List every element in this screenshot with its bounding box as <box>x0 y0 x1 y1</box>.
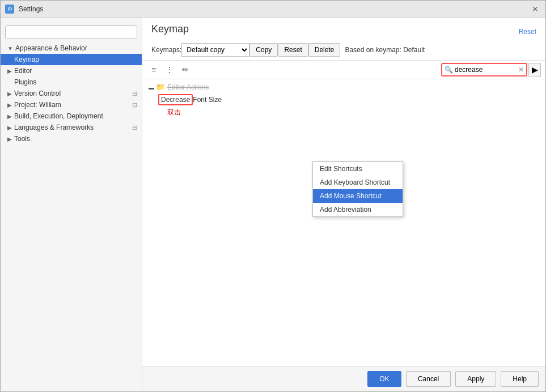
sidebar-item-label: Keymap <box>14 56 39 63</box>
based-on-label: Based on keymap: <box>345 46 401 54</box>
sidebar-item-label: Build, Execution, Deployment <box>14 112 103 120</box>
sidebar-item-project[interactable]: ▶ Project: William ⊟ <box>1 99 142 110</box>
bottom-bar: OK Cancel Apply Help <box>142 366 545 391</box>
settings-window: ⚙ Settings ✕ ▼ Appearance & Behavior Key… <box>0 0 546 392</box>
sidebar-item-tools[interactable]: ▶ Tools <box>1 133 142 144</box>
sidebar-item-plugins[interactable]: Plugins <box>1 76 142 88</box>
context-menu-add-keyboard[interactable]: Add Keyboard Shortcut <box>313 176 403 189</box>
expand-icon: ▶ <box>7 113 12 120</box>
search-next-button[interactable]: ▶ <box>528 63 541 76</box>
keymap-select[interactable]: Default copy <box>181 43 249 57</box>
keymap-title-row: Keymap Reset <box>151 23 536 40</box>
expand-icon: ▶ <box>7 125 12 131</box>
title-bar: ⚙ Settings ✕ <box>1 1 545 18</box>
context-menu: Edit Shortcuts Add Keyboard Shortcut Add… <box>312 161 403 217</box>
ok-button[interactable]: OK <box>367 371 401 387</box>
context-menu-edit-shortcuts[interactable]: Edit Shortcuts <box>313 162 403 176</box>
sidebar-item-label: Appearance & Behavior <box>15 44 87 52</box>
reset-button[interactable]: Reset <box>278 43 308 57</box>
search-icon: 🔍 <box>445 66 453 74</box>
expand-icon: ▶ <box>7 136 12 142</box>
chinese-label: 双击 <box>142 108 545 117</box>
cancel-button[interactable]: Cancel <box>406 371 451 387</box>
font-size-label: Font Size <box>193 96 222 104</box>
sidebar-item-languages[interactable]: ▶ Languages & Frameworks ⊟ <box>1 122 142 133</box>
help-button[interactable]: Help <box>501 371 539 387</box>
search-right: 🔍 ✕ ▶ <box>441 63 541 76</box>
tree-node-editor-actions[interactable]: ▬ 📁 Editor Actions <box>142 82 545 93</box>
sidebar: ▼ Appearance & Behavior Keymap ▶ Editor … <box>1 18 142 391</box>
keymap-header: Keymap Reset Keymaps: Default copy Copy … <box>142 18 545 61</box>
sidebar-item-build[interactable]: ▶ Build, Execution, Deployment <box>1 110 142 122</box>
tree-area: ▬ 📁 Editor Actions Decrease Font Size 双击 <box>142 79 545 366</box>
window-title: Settings <box>19 5 530 13</box>
vc-icon: ⊟ <box>132 90 137 97</box>
decrease-highlight-box: Decrease <box>158 94 193 105</box>
tree-node-decrease[interactable]: Decrease Font Size <box>142 93 545 106</box>
sidebar-item-label: Plugins <box>14 78 36 86</box>
copy-button[interactable]: Copy <box>249 43 278 57</box>
keymaps-label: Keymaps: <box>151 46 181 54</box>
sidebar-item-label: Tools <box>14 135 30 143</box>
expand-icon: ▼ <box>7 45 13 52</box>
decrease-label: Decrease <box>161 96 190 104</box>
folder-icon: 📁 <box>156 83 165 92</box>
keymap-toolbar-row: Keymaps: Default copy Copy Reset Delete … <box>151 43 536 57</box>
search-field: 🔍 ✕ <box>441 63 527 76</box>
main-panel: Keymap Reset Keymaps: Default copy Copy … <box>142 18 545 391</box>
expand-icon: ▶ <box>7 102 12 108</box>
sidebar-item-label: Project: William <box>14 101 61 109</box>
based-on-value: Default <box>403 46 425 54</box>
lang-icon: ⊟ <box>132 124 137 131</box>
close-button[interactable]: ✕ <box>530 3 541 15</box>
edit-button[interactable]: ✏ <box>179 63 192 76</box>
keymap-actions-bar: ≡ ⋮ ✏ 🔍 ✕ ▶ <box>142 61 545 79</box>
keymap-title: Keymap <box>151 23 189 35</box>
clear-search-icon[interactable]: ✕ <box>518 66 524 74</box>
collapse-all-button[interactable]: ⋮ <box>163 63 176 76</box>
expand-all-button[interactable]: ≡ <box>147 63 160 76</box>
tree-section-label: Editor Actions <box>167 83 541 91</box>
reset-link[interactable]: Reset <box>519 28 536 36</box>
sidebar-item-label: Version Control <box>14 90 61 97</box>
sidebar-item-keymap[interactable]: Keymap <box>1 54 142 65</box>
tree-expand-icon[interactable]: ▬ <box>147 83 156 92</box>
sidebar-search-bar <box>1 22 142 42</box>
app-icon: ⚙ <box>5 5 14 14</box>
based-on-text: Based on keymap: Default <box>345 46 425 54</box>
project-icon: ⊟ <box>132 101 137 109</box>
context-menu-add-abbreviation[interactable]: Add Abbreviation <box>313 203 403 216</box>
sidebar-search-input[interactable] <box>5 25 137 39</box>
content-area: ▼ Appearance & Behavior Keymap ▶ Editor … <box>1 18 545 391</box>
sidebar-item-appearance[interactable]: ▼ Appearance & Behavior <box>1 42 142 54</box>
sidebar-item-version-control[interactable]: ▶ Version Control ⊟ <box>1 88 142 99</box>
sidebar-item-editor[interactable]: ▶ Editor <box>1 65 142 76</box>
apply-button[interactable]: Apply <box>455 371 496 387</box>
search-input[interactable] <box>455 66 517 74</box>
expand-icon: ▶ <box>7 91 12 97</box>
sidebar-item-label: Editor <box>14 67 32 75</box>
sidebar-item-label: Languages & Frameworks <box>14 123 94 131</box>
expand-icon: ▶ <box>7 68 12 74</box>
context-menu-add-mouse[interactable]: Add Mouse Shortcut <box>313 189 403 203</box>
delete-button[interactable]: Delete <box>308 43 341 57</box>
